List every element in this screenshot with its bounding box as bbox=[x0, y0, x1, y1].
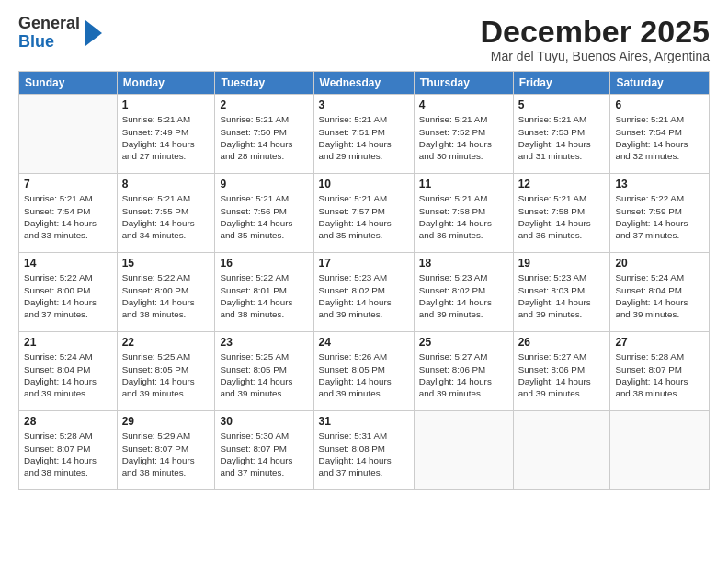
day-info: Sunrise: 5:25 AM Sunset: 8:05 PM Dayligh… bbox=[220, 350, 308, 399]
calendar-cell: 26Sunrise: 5:27 AM Sunset: 8:06 PM Dayli… bbox=[513, 332, 610, 411]
day-info: Sunrise: 5:23 AM Sunset: 8:03 PM Dayligh… bbox=[518, 271, 606, 320]
day-number: 16 bbox=[220, 257, 308, 270]
day-info: Sunrise: 5:30 AM Sunset: 8:07 PM Dayligh… bbox=[220, 430, 308, 478]
logo-arrow-icon bbox=[82, 20, 102, 46]
day-info: Sunrise: 5:22 AM Sunset: 8:00 PM Dayligh… bbox=[24, 271, 112, 320]
day-info: Sunrise: 5:21 AM Sunset: 7:55 PM Dayligh… bbox=[122, 192, 210, 241]
day-info: Sunrise: 5:21 AM Sunset: 7:51 PM Dayligh… bbox=[319, 113, 409, 162]
calendar-cell: 10Sunrise: 5:21 AM Sunset: 7:57 PM Dayli… bbox=[313, 174, 414, 253]
day-info: Sunrise: 5:21 AM Sunset: 7:58 PM Dayligh… bbox=[419, 192, 508, 241]
day-number: 23 bbox=[220, 336, 308, 349]
day-number: 26 bbox=[518, 336, 606, 349]
day-number: 31 bbox=[319, 415, 409, 428]
calendar-cell: 24Sunrise: 5:26 AM Sunset: 8:05 PM Dayli… bbox=[313, 332, 414, 411]
day-info: Sunrise: 5:28 AM Sunset: 8:07 PM Dayligh… bbox=[24, 430, 112, 478]
week-row: 7Sunrise: 5:21 AM Sunset: 7:54 PM Daylig… bbox=[19, 174, 710, 253]
day-number: 19 bbox=[518, 257, 606, 270]
weekday-header: Friday bbox=[513, 72, 610, 95]
day-number: 7 bbox=[24, 178, 112, 190]
weekday-header: Wednesday bbox=[313, 72, 414, 95]
day-info: Sunrise: 5:21 AM Sunset: 7:58 PM Dayligh… bbox=[518, 192, 606, 241]
calendar-cell: 4Sunrise: 5:21 AM Sunset: 7:52 PM Daylig… bbox=[414, 95, 513, 174]
calendar-cell: 6Sunrise: 5:21 AM Sunset: 7:54 PM Daylig… bbox=[610, 95, 710, 174]
day-info: Sunrise: 5:22 AM Sunset: 8:00 PM Dayligh… bbox=[122, 271, 210, 320]
day-number: 9 bbox=[220, 178, 308, 190]
calendar-cell: 12Sunrise: 5:21 AM Sunset: 7:58 PM Dayli… bbox=[513, 174, 610, 253]
calendar-cell: 19Sunrise: 5:23 AM Sunset: 8:03 PM Dayli… bbox=[513, 253, 610, 332]
day-number: 15 bbox=[122, 257, 210, 270]
weekday-header: Tuesday bbox=[215, 72, 313, 95]
calendar-cell: 9Sunrise: 5:21 AM Sunset: 7:56 PM Daylig… bbox=[215, 174, 313, 253]
svg-marker-0 bbox=[85, 20, 102, 46]
day-number: 29 bbox=[122, 415, 210, 428]
weekday-header: Saturday bbox=[610, 72, 710, 95]
day-number: 25 bbox=[419, 336, 508, 349]
day-info: Sunrise: 5:21 AM Sunset: 7:52 PM Dayligh… bbox=[419, 113, 508, 162]
calendar-cell: 28Sunrise: 5:28 AM Sunset: 8:07 PM Dayli… bbox=[19, 411, 118, 490]
week-row: 1Sunrise: 5:21 AM Sunset: 7:49 PM Daylig… bbox=[19, 95, 710, 174]
day-number: 6 bbox=[615, 98, 704, 111]
day-info: Sunrise: 5:29 AM Sunset: 8:07 PM Dayligh… bbox=[122, 430, 210, 478]
day-number: 2 bbox=[220, 98, 308, 111]
logo: General Blue bbox=[18, 15, 102, 52]
calendar-cell: 23Sunrise: 5:25 AM Sunset: 8:05 PM Dayli… bbox=[215, 332, 313, 411]
calendar-cell: 30Sunrise: 5:30 AM Sunset: 8:07 PM Dayli… bbox=[215, 411, 313, 490]
calendar-cell: 2Sunrise: 5:21 AM Sunset: 7:50 PM Daylig… bbox=[215, 95, 313, 174]
day-number: 1 bbox=[122, 98, 210, 111]
calendar-cell: 16Sunrise: 5:22 AM Sunset: 8:01 PM Dayli… bbox=[215, 253, 313, 332]
day-info: Sunrise: 5:22 AM Sunset: 7:59 PM Dayligh… bbox=[615, 192, 704, 241]
day-number: 8 bbox=[122, 178, 210, 190]
location: Mar del Tuyu, Buenos Aires, Argentina bbox=[480, 49, 710, 63]
day-number: 3 bbox=[319, 98, 409, 111]
calendar-cell bbox=[513, 411, 610, 490]
day-number: 5 bbox=[518, 98, 606, 111]
day-info: Sunrise: 5:21 AM Sunset: 7:54 PM Dayligh… bbox=[24, 192, 112, 241]
day-number: 12 bbox=[518, 178, 606, 190]
weekday-header: Sunday bbox=[19, 72, 118, 95]
month-title: December 2025 bbox=[480, 15, 710, 49]
day-number: 24 bbox=[319, 336, 409, 349]
day-info: Sunrise: 5:23 AM Sunset: 8:02 PM Dayligh… bbox=[319, 271, 409, 320]
day-info: Sunrise: 5:21 AM Sunset: 7:54 PM Dayligh… bbox=[615, 113, 704, 162]
day-number: 17 bbox=[319, 257, 409, 270]
day-number: 30 bbox=[220, 415, 308, 428]
day-number: 11 bbox=[419, 178, 508, 190]
header: General Blue December 2025 Mar del Tuyu,… bbox=[18, 15, 710, 63]
page: General Blue December 2025 Mar del Tuyu,… bbox=[0, 0, 728, 563]
week-row: 14Sunrise: 5:22 AM Sunset: 8:00 PM Dayli… bbox=[19, 253, 710, 332]
day-number: 28 bbox=[24, 415, 112, 428]
day-number: 13 bbox=[615, 178, 704, 190]
calendar-cell bbox=[19, 95, 118, 174]
day-info: Sunrise: 5:21 AM Sunset: 7:49 PM Dayligh… bbox=[122, 113, 210, 162]
day-info: Sunrise: 5:24 AM Sunset: 8:04 PM Dayligh… bbox=[24, 350, 112, 399]
calendar-cell: 18Sunrise: 5:23 AM Sunset: 8:02 PM Dayli… bbox=[414, 253, 513, 332]
calendar-cell: 29Sunrise: 5:29 AM Sunset: 8:07 PM Dayli… bbox=[117, 411, 215, 490]
calendar-cell: 11Sunrise: 5:21 AM Sunset: 7:58 PM Dayli… bbox=[414, 174, 513, 253]
day-info: Sunrise: 5:21 AM Sunset: 7:53 PM Dayligh… bbox=[518, 113, 606, 162]
calendar-cell: 21Sunrise: 5:24 AM Sunset: 8:04 PM Dayli… bbox=[19, 332, 118, 411]
calendar: SundayMondayTuesdayWednesdayThursdayFrid… bbox=[18, 71, 710, 490]
day-info: Sunrise: 5:26 AM Sunset: 8:05 PM Dayligh… bbox=[319, 350, 409, 399]
calendar-cell: 8Sunrise: 5:21 AM Sunset: 7:55 PM Daylig… bbox=[117, 174, 215, 253]
calendar-cell: 7Sunrise: 5:21 AM Sunset: 7:54 PM Daylig… bbox=[19, 174, 118, 253]
weekday-header: Thursday bbox=[414, 72, 513, 95]
calendar-cell: 3Sunrise: 5:21 AM Sunset: 7:51 PM Daylig… bbox=[313, 95, 414, 174]
calendar-cell: 5Sunrise: 5:21 AM Sunset: 7:53 PM Daylig… bbox=[513, 95, 610, 174]
logo-general: General bbox=[18, 15, 80, 33]
day-info: Sunrise: 5:27 AM Sunset: 8:06 PM Dayligh… bbox=[419, 350, 508, 399]
calendar-cell bbox=[610, 411, 710, 490]
day-number: 4 bbox=[419, 98, 508, 111]
day-info: Sunrise: 5:27 AM Sunset: 8:06 PM Dayligh… bbox=[518, 350, 606, 399]
calendar-cell: 17Sunrise: 5:23 AM Sunset: 8:02 PM Dayli… bbox=[313, 253, 414, 332]
day-number: 20 bbox=[615, 257, 704, 270]
day-info: Sunrise: 5:22 AM Sunset: 8:01 PM Dayligh… bbox=[220, 271, 308, 320]
day-info: Sunrise: 5:21 AM Sunset: 7:57 PM Dayligh… bbox=[319, 192, 409, 241]
day-info: Sunrise: 5:31 AM Sunset: 8:08 PM Dayligh… bbox=[319, 430, 409, 478]
calendar-cell: 22Sunrise: 5:25 AM Sunset: 8:05 PM Dayli… bbox=[117, 332, 215, 411]
title-block: December 2025 Mar del Tuyu, Buenos Aires… bbox=[480, 15, 710, 63]
weekday-header-row: SundayMondayTuesdayWednesdayThursdayFrid… bbox=[19, 72, 710, 95]
day-number: 14 bbox=[24, 257, 112, 270]
day-number: 27 bbox=[615, 336, 704, 349]
logo-text: General Blue bbox=[18, 15, 80, 52]
week-row: 21Sunrise: 5:24 AM Sunset: 8:04 PM Dayli… bbox=[19, 332, 710, 411]
